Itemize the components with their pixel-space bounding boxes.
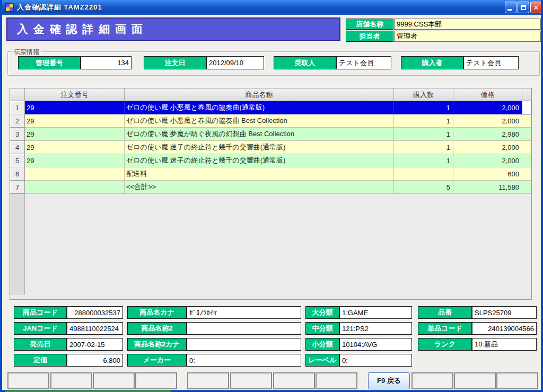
table-row[interactable]: 3 29 ゼロの使い魔 夢魔が紡ぐ夜風の幻想曲 Best Collection … bbox=[10, 128, 531, 141]
product-name-cell: 配送料 bbox=[125, 167, 394, 181]
order-no-cell bbox=[25, 181, 125, 194]
purchaser-field[interactable]: テスト会員 bbox=[463, 56, 519, 69]
filler-cell bbox=[522, 101, 531, 114]
f8-button[interactable] bbox=[316, 372, 357, 389]
part-number-field[interactable]: SLPS25709 bbox=[472, 306, 537, 319]
f2-button[interactable] bbox=[50, 372, 92, 389]
price-cell: 2,000 bbox=[453, 141, 522, 154]
slip-info-group-label: 伝票情報 bbox=[12, 48, 41, 57]
table-row[interactable]: 1 29 ゼロの使い魔 小悪魔と春風の協奏曲(通常版) 1 2,000 bbox=[10, 101, 531, 114]
qty-cell: 1 bbox=[394, 128, 453, 141]
single-item-code-field[interactable]: 240139004566 bbox=[472, 322, 537, 335]
order-items-table: 注文番号 商品名称 購入数 価格 1 29 ゼロの使い魔 小悪魔と春風の協奏曲(… bbox=[10, 88, 532, 300]
price-cell: 11,580 bbox=[453, 181, 522, 194]
maker-field[interactable]: 0: bbox=[187, 354, 301, 367]
maker-label: メーカー bbox=[127, 354, 187, 367]
order-no-cell: 29 bbox=[25, 101, 125, 114]
f9-back-button[interactable]: F9 戻る bbox=[368, 372, 410, 389]
control-number-label: 管理番号 bbox=[18, 56, 81, 69]
row-number: 3 bbox=[10, 128, 25, 141]
title-bar: 入金確認詳細 TAMZ2201 ✕ bbox=[2, 0, 543, 15]
price-cell: 2,000 bbox=[453, 101, 522, 114]
label-category-label: レーベル bbox=[305, 354, 339, 367]
recipient-field[interactable]: テスト会員 bbox=[336, 56, 391, 69]
release-date-field[interactable]: 2007-02-15 bbox=[67, 338, 123, 351]
jan-code-label: JANコード bbox=[14, 322, 67, 335]
app-icon bbox=[5, 3, 14, 12]
minor-category-field[interactable]: 10104:AVG bbox=[339, 338, 412, 351]
order-no-header: 注文番号 bbox=[25, 88, 125, 101]
f5-button[interactable] bbox=[187, 372, 229, 389]
price-cell: 600 bbox=[453, 167, 522, 181]
jan-code-field[interactable]: 4988110022524 bbox=[67, 322, 123, 335]
order-no-cell: 29 bbox=[25, 154, 125, 167]
row-number: 6 bbox=[10, 167, 25, 181]
row-number: 2 bbox=[10, 114, 25, 128]
staff-field[interactable]: 管理者 bbox=[394, 31, 541, 42]
product-kana-field[interactable]: ｾﾞﾛﾉﾂｶｲﾏ bbox=[187, 306, 301, 319]
order-no-cell bbox=[25, 167, 125, 181]
qty-cell: 1 bbox=[394, 154, 453, 167]
product-kana-label: 商品名カナ bbox=[127, 306, 187, 319]
filler-cell bbox=[522, 141, 531, 154]
f1-button[interactable] bbox=[7, 372, 49, 389]
filler-cell bbox=[522, 128, 531, 141]
product-code-field[interactable]: 288000032537 bbox=[67, 306, 123, 319]
order-no-cell: 29 bbox=[25, 141, 125, 154]
f4-button[interactable] bbox=[135, 372, 177, 389]
purchaser-label: 購入者 bbox=[401, 56, 463, 69]
qty-header: 購入数 bbox=[394, 88, 453, 101]
product-name-cell: ゼロの使い魔 小悪魔と春風の協奏曲 Best Collection bbox=[125, 114, 394, 128]
rank-field[interactable]: 10:新品 bbox=[472, 338, 537, 351]
f6-button[interactable] bbox=[230, 372, 272, 389]
product-name-cell: ゼロの使い魔 夢魔が紡ぐ夜風の幻想曲 Best Collection bbox=[125, 128, 394, 141]
filler-header bbox=[522, 88, 531, 101]
product-name2-kana-field[interactable] bbox=[187, 338, 301, 351]
order-date-field[interactable]: 2012/09/10 bbox=[206, 56, 264, 69]
f11-button[interactable] bbox=[454, 372, 496, 389]
window-title: 入金確認詳細 TAMZ2201 bbox=[17, 3, 505, 12]
minor-category-label: 小分類 bbox=[305, 338, 339, 351]
mid-category-label: 中分類 bbox=[305, 322, 339, 335]
label-category-field[interactable]: 0: bbox=[339, 354, 412, 367]
f10-button[interactable] bbox=[411, 372, 453, 389]
qty-cell: 5 bbox=[394, 181, 453, 194]
mid-category-field[interactable]: 121:PS2 bbox=[339, 322, 412, 335]
table-row[interactable]: 2 29 ゼロの使い魔 小悪魔と春風の協奏曲 Best Collection 1… bbox=[10, 114, 531, 128]
row-number: 5 bbox=[10, 154, 25, 167]
product-name-header: 商品名称 bbox=[125, 88, 394, 101]
price-cell: 2,000 bbox=[453, 114, 522, 128]
order-no-cell: 29 bbox=[25, 128, 125, 141]
control-number-field[interactable]: 134 bbox=[81, 56, 132, 69]
table-row[interactable]: 6 配送料 600 bbox=[10, 167, 531, 181]
filler-cell bbox=[522, 167, 531, 181]
table-row[interactable]: 7 <<合計>> 5 11,580 bbox=[10, 181, 531, 194]
table-empty-area bbox=[10, 194, 531, 295]
part-number-label: 品番 bbox=[418, 306, 472, 319]
product-name2-field[interactable] bbox=[187, 322, 301, 335]
table-row[interactable]: 4 29 ゼロの使い魔 迷子の終止符と幾千の交響曲(通常版) 1 2,000 bbox=[10, 141, 531, 154]
f7-button[interactable] bbox=[273, 372, 315, 389]
price-cell: 2,000 bbox=[453, 154, 522, 167]
product-name-cell: ゼロの使い魔 迷子の終止符と幾千の交響曲(通常版) bbox=[125, 154, 394, 167]
major-category-field[interactable]: 1:GAME bbox=[339, 306, 412, 319]
minimize-button[interactable] bbox=[505, 2, 516, 13]
maximize-button[interactable] bbox=[518, 2, 529, 13]
f3-button[interactable] bbox=[93, 372, 135, 389]
staff-label: 担当者 bbox=[346, 31, 393, 42]
page-title: 入 金 確 認 詳 細 画 面 bbox=[6, 17, 340, 41]
recipient-label: 受取人 bbox=[274, 56, 336, 69]
product-name2-label: 商品名称2 bbox=[127, 322, 187, 335]
order-date-label: 注文日 bbox=[144, 56, 206, 69]
store-name-field[interactable]: 9999:CSS本部 bbox=[394, 19, 541, 30]
list-price-field[interactable]: 6,800 bbox=[67, 354, 123, 367]
filler-cell bbox=[522, 181, 531, 194]
maximize-icon bbox=[521, 5, 526, 10]
qty-cell bbox=[394, 167, 453, 181]
order-no-cell: 29 bbox=[25, 114, 125, 128]
product-name-cell: <<合計>> bbox=[125, 181, 394, 194]
close-button[interactable]: ✕ bbox=[530, 2, 542, 13]
table-row[interactable]: 5 29 ゼロの使い魔 迷子の終止符と幾千の交響曲(通常版) 1 2,000 bbox=[10, 154, 531, 167]
qty-cell: 1 bbox=[394, 114, 453, 128]
f12-button[interactable] bbox=[496, 372, 538, 389]
